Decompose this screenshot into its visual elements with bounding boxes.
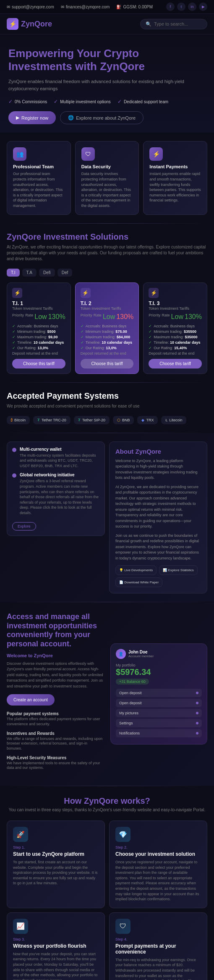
logo[interactable]: ⚡ ZynQore: [7, 18, 52, 30]
step-num-4: Step 4.: [115, 937, 201, 941]
wallet-text-1: Multi-currency wallet The multi-currency…: [20, 447, 99, 469]
feature-section: 👥 Professional Team Our professional tea…: [0, 133, 214, 223]
register-button[interactable]: ▶ Register now: [8, 111, 56, 124]
linkedin-icon[interactable]: in: [188, 3, 196, 11]
rate-val-1: 130%: [48, 313, 65, 321]
user-info: John Doe Account member: [128, 650, 154, 658]
payment-title: Accepted Payment Systems: [7, 391, 207, 401]
menu-dot-2: [196, 702, 198, 704]
facebook-icon[interactable]: f: [166, 3, 175, 11]
tab-ti[interactable]: T.I: [7, 269, 20, 277]
step-title-2: Choose your investment solution: [115, 851, 201, 857]
tab-ta[interactable]: T.A: [22, 269, 37, 277]
hero-section: Empowering Your Crypto Investments with …: [0, 34, 214, 133]
access-features: Popular payment systems The platform off…: [7, 711, 104, 771]
tab-def[interactable]: Def: [57, 269, 73, 277]
access-title: Access and manage all investment opportu…: [7, 612, 104, 648]
step-num-3: Step 3.: [13, 937, 99, 941]
menu-dot-5: [196, 732, 198, 734]
wallet-dot-1: [12, 448, 16, 452]
step-card-4: 🛡 Step 4. Prompt payments at your conven…: [109, 912, 207, 980]
twitter-icon[interactable]: t: [177, 3, 185, 11]
wallet-column: Multi-currency wallet The multi-currency…: [7, 442, 105, 594]
access-desc: Discover diverse investment options effo…: [7, 661, 104, 690]
tariff-subtitle-2: Token Investment Tariffs: [81, 306, 134, 311]
access-mockup: 👤 John Doe Account member My portfolio $…: [110, 643, 207, 745]
about-column: About ZynQore Welcome to ZynQore, a lead…: [109, 442, 207, 594]
email-icon: ✉: [7, 5, 10, 9]
tariff-name-3: T.I. 3: [149, 301, 202, 306]
tariff-note-1: Deposit returned at the end: [12, 351, 65, 355]
explore-wallet-button[interactable]: Explore: [12, 522, 36, 531]
tariff-cards: ⚡ T.I. 1 Token Investment Tariffs Priori…: [7, 282, 207, 374]
email-1-contact: ✉ support@zynqore.com: [7, 5, 54, 9]
priority-val-1: Low: [34, 313, 47, 321]
checkmark-2: ✓: [54, 99, 58, 105]
whitepaper-button[interactable]: 📄 Download White Paper: [115, 578, 162, 587]
step-num-1: Step 1.: [13, 845, 99, 849]
tariff-icon-1: ⚡: [12, 288, 22, 298]
wallet-dot-2: [12, 473, 16, 478]
create-account-button[interactable]: Create an account: [7, 694, 55, 706]
search-bar[interactable]: 🔍 Type to search...: [140, 19, 207, 29]
social-icons: f t in ▶: [166, 3, 207, 11]
tariff-features-2: ✓Accruals: Business days ✓Minimum tradin…: [81, 324, 134, 350]
payment-desc: We provide accepted and convenient payme…: [7, 403, 207, 409]
checkmark-3: ✓: [117, 99, 122, 105]
hero-description: ZynQore enables financial freedom with a…: [8, 78, 206, 92]
tariff-card-3: ⚡ T.I. 3 Token Investment Tariffs Priori…: [143, 282, 207, 374]
about-action-buttons: 💡 Live Developments 📊 Explore Statistics…: [115, 565, 201, 587]
check-investment: ✓ Multiple investment options: [54, 99, 111, 105]
mockup-menu: Open deposit Open deposit My pictures Se…: [116, 689, 202, 737]
portfolio-mockup-card: 👤 John Doe Account member My portfolio $…: [110, 643, 207, 745]
wallet-item-network: Global networking initiative ZynQore off…: [12, 473, 99, 515]
wallet-desc-2: ZynQore offers a 3-level referral reward…: [20, 478, 99, 515]
logo-icon: ⚡: [7, 18, 18, 30]
about-title: About ZynQore: [115, 448, 201, 455]
menu-item-3[interactable]: My pictures: [116, 709, 202, 717]
feature-desc-security: Data security involves protecting inform…: [81, 171, 133, 208]
email-icon-2: ✉: [61, 5, 64, 9]
tariff-btn-1[interactable]: Choose this tariff: [12, 359, 65, 368]
explore-stats-button[interactable]: 📊 Explore Statistics: [159, 565, 198, 575]
step-icon-1: 🚀: [13, 827, 28, 842]
youtube-icon[interactable]: ▶: [199, 3, 207, 11]
feature-title-team: Professional Team: [13, 164, 65, 169]
tab-defi[interactable]: Defi: [39, 269, 55, 277]
menu-dot-1: [196, 692, 198, 694]
steps-grid: 🚀 Step 1. Start to use ZynQore platform …: [7, 821, 207, 980]
live-dev-button[interactable]: 💡 Live Developments: [115, 565, 157, 575]
email-2-contact: ✉ finances@zynqore.com: [61, 5, 110, 9]
step-icon-3: 📈: [13, 919, 28, 934]
menu-item-5[interactable]: Notifications: [116, 729, 202, 737]
tariff-name-2: T.I. 2: [81, 301, 134, 306]
about-desc-2: At ZynQore, we are dedicated to providin…: [115, 484, 201, 530]
step-desc-3: Now that you've made your deposit, you c…: [13, 951, 99, 980]
tariff-btn-2[interactable]: Choose this tariff: [81, 359, 134, 368]
explore-icon: 🌐: [68, 115, 74, 120]
checkmark-1: ✓: [8, 99, 13, 105]
about-desc-3: Join us as we continue to push the bound…: [115, 533, 201, 562]
step-title-3: Witness your portfolio flourish: [13, 943, 99, 949]
payment-section: Accepted Payment Systems We provide acce…: [0, 383, 214, 433]
payment-sip20: ₮ Tether SIP-20: [74, 416, 110, 424]
tariff-card-2: ⚡ T.I. 2 Token Investment Tariffs Priori…: [75, 282, 139, 374]
access-subtitle: Welcome to ZynQore: [7, 653, 104, 659]
tariff-note-2: Deposit returned at the end: [81, 351, 134, 355]
wallet-desc-1: The multi-currency system facilitates de…: [20, 453, 99, 469]
hero-checks: ✓ 0% Commissions ✓ Multiple investment o…: [8, 99, 206, 105]
feature-title-security: Data Security: [81, 164, 133, 169]
tariff-btn-3[interactable]: Choose this tariff: [149, 359, 202, 368]
about-desc-1: Welcome to ZynQore, a leading platform s…: [115, 458, 201, 481]
payment-logos: ₿ Bitcoin ₮ Tether TRC-20 ₮ Tether SIP-2…: [7, 416, 207, 424]
explore-button[interactable]: 🌐 Explore more about ZynQore: [60, 111, 144, 124]
wallet-card: Multi-currency wallet The multi-currency…: [7, 442, 105, 536]
portfolio-badge: +31 Balance 60: [116, 679, 149, 685]
step-card-3: 📈 Step 3. Witness your portfolio flouris…: [7, 912, 105, 980]
how-section: How ZynQore works? You can invest in thr…: [0, 786, 214, 980]
step-card-2: 💎 Step 2. Choose your investment solutio…: [109, 821, 207, 908]
tariff-subtitle-3: Token Investment Tariffs: [149, 306, 202, 311]
menu-item-4[interactable]: Settings: [116, 719, 202, 727]
menu-item-2[interactable]: Open deposit: [116, 699, 202, 707]
menu-item-1[interactable]: Open deposit: [116, 689, 202, 697]
